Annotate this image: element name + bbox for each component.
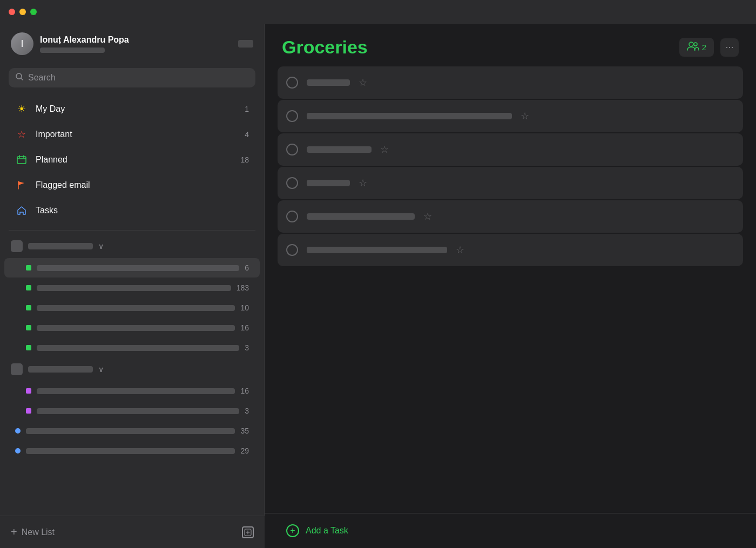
group1-label — [28, 243, 93, 249]
user-section: I Ionuț Alexandru Popa — [0, 24, 264, 64]
list-item-4[interactable]: 16 — [4, 318, 260, 337]
list-item-1[interactable]: 6 — [4, 258, 260, 278]
list-count-7: 3 — [245, 407, 249, 415]
task-star-6[interactable]: ☆ — [456, 244, 464, 256]
list-label-3 — [37, 305, 235, 311]
main-content: Groceries 2 ··· ☆ — [265, 0, 756, 548]
task-item-2[interactable]: ☆ — [278, 100, 743, 132]
list-dot-4 — [26, 325, 31, 330]
task-checkbox-4[interactable] — [286, 177, 298, 189]
sidebar-item-planned[interactable]: Planned 18 — [4, 147, 260, 172]
maximize-button[interactable] — [30, 9, 37, 15]
user-subtitle-blur — [40, 48, 105, 53]
list-dot-9 — [15, 448, 21, 454]
list-label-7 — [37, 408, 239, 414]
task-item-6[interactable]: ☆ — [278, 234, 743, 266]
important-badge: 4 — [245, 130, 249, 139]
group2-header[interactable]: ∨ — [0, 358, 264, 381]
svg-point-9 — [689, 42, 693, 46]
add-task-bar[interactable]: + Add a Task — [265, 513, 756, 548]
list-dot-2 — [26, 285, 31, 290]
home-icon — [15, 204, 28, 217]
flag-icon — [15, 179, 28, 192]
task-item-1[interactable]: ☆ — [278, 66, 743, 99]
list-label-6 — [37, 388, 235, 394]
search-placeholder: Search — [28, 73, 56, 83]
list-item-5[interactable]: 3 — [4, 338, 260, 357]
titlebar — [0, 0, 756, 24]
avatar: I — [11, 32, 33, 55]
list-count-1: 6 — [245, 263, 249, 272]
sidebar-item-flagged-email[interactable]: Flagged email — [4, 173, 260, 198]
list-item-3[interactable]: 10 — [4, 298, 260, 317]
sidebar-divider — [9, 230, 255, 231]
search-bar[interactable]: Search — [9, 68, 255, 87]
task-star-2[interactable]: ☆ — [521, 110, 529, 122]
list-item-9[interactable]: 29 — [4, 441, 260, 461]
list-item-7[interactable]: 3 — [4, 401, 260, 421]
list-dot-3 — [26, 305, 31, 310]
task-checkbox-5[interactable] — [286, 211, 298, 222]
close-button[interactable] — [9, 9, 15, 15]
task-checkbox-2[interactable] — [286, 110, 298, 122]
people-icon — [687, 41, 699, 53]
svg-line-1 — [21, 78, 23, 80]
sidebar-item-important[interactable]: ☆ Important 4 — [4, 122, 260, 147]
list-label-4 — [37, 325, 235, 331]
task-label-3 — [307, 146, 372, 153]
task-star-1[interactable]: ☆ — [359, 77, 367, 89]
group2-icon — [11, 363, 23, 375]
more-options-button[interactable]: ··· — [720, 38, 739, 57]
new-list-label: New List — [22, 527, 55, 537]
user-badge — [238, 40, 253, 48]
minimize-button[interactable] — [19, 9, 26, 15]
group2-chevron-icon: ∨ — [98, 365, 104, 374]
task-label-6 — [307, 247, 447, 253]
task-item-4[interactable]: ☆ — [278, 167, 743, 199]
task-list: ☆ ☆ ☆ ☆ ☆ ☆ — [265, 66, 756, 513]
search-container: Search — [0, 64, 264, 94]
new-list-button[interactable]: + New List — [11, 526, 238, 538]
task-checkbox-6[interactable] — [286, 244, 298, 256]
list-label-8 — [26, 428, 235, 434]
list-dot-1 — [26, 265, 31, 270]
list-title: Groceries — [282, 37, 368, 58]
task-checkbox-3[interactable] — [286, 144, 298, 155]
user-name: Ionuț Alexandru Popa — [40, 35, 232, 45]
list-item-2[interactable]: 183 — [4, 278, 260, 297]
sidebar-bottom: + New List — [0, 516, 265, 548]
list-item-8[interactable]: 35 — [4, 421, 260, 441]
list-count-5: 3 — [245, 343, 249, 352]
task-star-5[interactable]: ☆ — [423, 211, 432, 222]
list-item-6[interactable]: 16 — [4, 381, 260, 401]
sidebar-item-my-day[interactable]: ☀ My Day 1 — [4, 97, 260, 121]
add-list-icon[interactable] — [242, 526, 254, 538]
list-label-2 — [37, 285, 231, 291]
list-label-5 — [37, 345, 239, 351]
task-star-4[interactable]: ☆ — [359, 177, 367, 189]
calendar-icon — [15, 153, 28, 166]
task-label-1 — [307, 79, 350, 86]
my-day-label: My Day — [36, 104, 237, 114]
list-label-9 — [26, 448, 235, 454]
list-dot-7 — [26, 408, 31, 414]
list-count-6: 16 — [240, 387, 249, 395]
add-task-label: Add a Task — [306, 526, 348, 536]
user-info: Ionuț Alexandru Popa — [40, 35, 232, 53]
members-button[interactable]: 2 — [679, 38, 714, 57]
sidebar: I Ionuț Alexandru Popa Search ☀ My Day 1… — [0, 0, 265, 548]
task-item-3[interactable]: ☆ — [278, 133, 743, 166]
group2-label — [28, 366, 93, 373]
task-label-4 — [307, 180, 350, 186]
search-icon — [15, 72, 24, 83]
task-checkbox-1[interactable] — [286, 77, 298, 89]
task-item-5[interactable]: ☆ — [278, 200, 743, 233]
group1-header[interactable]: ∨ — [0, 235, 264, 258]
sidebar-item-tasks[interactable]: Tasks — [4, 198, 260, 223]
task-star-3[interactable]: ☆ — [380, 144, 389, 155]
list-dot-6 — [26, 388, 31, 394]
list-count-3: 10 — [240, 303, 249, 312]
list-count-9: 29 — [240, 446, 249, 455]
nav-items: ☀ My Day 1 ☆ Important 4 Planned 18 — [0, 94, 264, 226]
list-count-4: 16 — [240, 323, 249, 332]
